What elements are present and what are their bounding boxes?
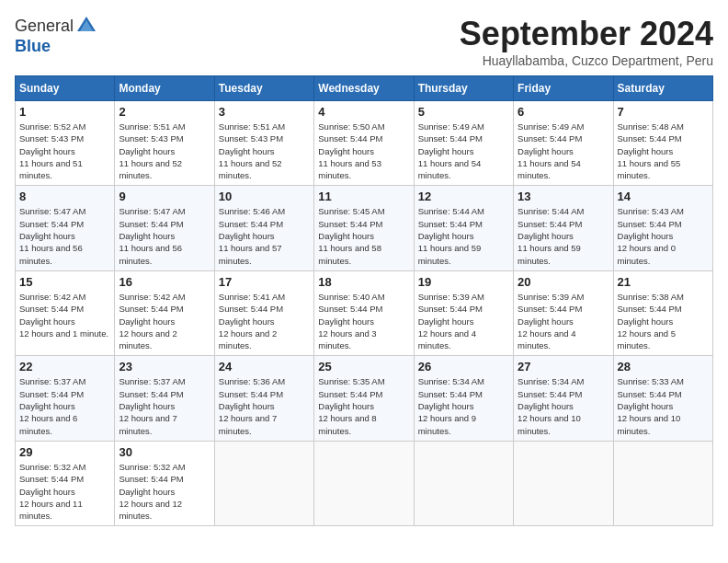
day-number: 2 — [119, 105, 210, 119]
day-number: 27 — [518, 360, 609, 373]
day-info: Sunrise: 5:44 AMSunset: 5:44 PMDaylight … — [518, 205, 609, 266]
day-info: Sunrise: 5:49 AMSunset: 5:44 PMDaylight … — [418, 121, 509, 181]
day-number: 8 — [19, 190, 110, 203]
day-number: 3 — [219, 105, 310, 119]
calendar-cell: 27Sunrise: 5:34 AMSunset: 5:44 PMDayligh… — [514, 356, 613, 441]
day-info: Sunrise: 5:37 AMSunset: 5:44 PMDaylight … — [19, 375, 110, 436]
weekday-header-tuesday: Tuesday — [214, 76, 313, 101]
day-info: Sunrise: 5:47 AMSunset: 5:44 PMDaylight … — [19, 205, 110, 266]
calendar-cell: 11Sunrise: 5:45 AMSunset: 5:44 PMDayligh… — [314, 186, 414, 270]
day-info: Sunrise: 5:37 AMSunset: 5:44 PMDaylight … — [119, 375, 210, 436]
day-info: Sunrise: 5:32 AMSunset: 5:44 PMDaylight … — [119, 461, 210, 522]
calendar-cell: 7Sunrise: 5:48 AMSunset: 5:44 PMDaylight… — [613, 101, 712, 186]
day-info: Sunrise: 5:41 AMSunset: 5:44 PMDaylight … — [219, 291, 310, 351]
day-number: 16 — [119, 275, 210, 289]
day-info: Sunrise: 5:35 AMSunset: 5:44 PMDaylight … — [318, 375, 409, 436]
location-text: Huayllabamba, Cuzco Department, Peru — [460, 53, 713, 68]
day-info: Sunrise: 5:34 AMSunset: 5:44 PMDaylight … — [418, 375, 509, 436]
calendar-cell: 25Sunrise: 5:35 AMSunset: 5:44 PMDayligh… — [314, 356, 414, 441]
calendar-cell: 9Sunrise: 5:47 AMSunset: 5:44 PMDaylight… — [115, 186, 214, 270]
day-number: 4 — [318, 105, 409, 119]
day-info: Sunrise: 5:46 AMSunset: 5:44 PMDaylight … — [219, 205, 310, 266]
weekday-header-sunday: Sunday — [16, 76, 115, 101]
day-info: Sunrise: 5:38 AMSunset: 5:44 PMDaylight … — [618, 291, 709, 351]
calendar-body: 1Sunrise: 5:52 AMSunset: 5:43 PMDaylight… — [16, 101, 713, 526]
calendar-cell: 10Sunrise: 5:46 AMSunset: 5:44 PMDayligh… — [214, 186, 313, 270]
calendar-cell: 18Sunrise: 5:40 AMSunset: 5:44 PMDayligh… — [314, 270, 414, 355]
day-info: Sunrise: 5:48 AMSunset: 5:44 PMDaylight … — [618, 121, 709, 181]
calendar-week-row: 29Sunrise: 5:32 AMSunset: 5:44 PMDayligh… — [16, 441, 713, 525]
weekday-header-monday: Monday — [115, 76, 214, 101]
day-info: Sunrise: 5:39 AMSunset: 5:44 PMDaylight … — [418, 291, 509, 351]
day-number: 25 — [318, 360, 409, 373]
day-number: 11 — [318, 190, 409, 203]
day-info: Sunrise: 5:51 AMSunset: 5:43 PMDaylight … — [119, 121, 210, 181]
calendar-cell: 8Sunrise: 5:47 AMSunset: 5:44 PMDaylight… — [16, 186, 115, 270]
day-number: 10 — [219, 190, 310, 203]
day-number: 12 — [418, 190, 509, 203]
logo-icon — [75, 15, 97, 37]
day-number: 29 — [19, 445, 110, 459]
calendar-cell: 23Sunrise: 5:37 AMSunset: 5:44 PMDayligh… — [115, 356, 214, 441]
calendar-cell: 26Sunrise: 5:34 AMSunset: 5:44 PMDayligh… — [414, 356, 513, 441]
day-number: 20 — [518, 275, 609, 289]
day-info: Sunrise: 5:33 AMSunset: 5:44 PMDaylight … — [618, 375, 709, 436]
logo-general-text: General — [15, 17, 74, 36]
day-number: 13 — [518, 190, 609, 203]
month-title: September 2024 — [460, 15, 713, 53]
weekday-header-friday: Friday — [514, 76, 613, 101]
day-number: 18 — [318, 275, 409, 289]
day-info: Sunrise: 5:39 AMSunset: 5:44 PMDaylight … — [518, 291, 609, 351]
calendar-cell: 28Sunrise: 5:33 AMSunset: 5:44 PMDayligh… — [613, 356, 712, 441]
page-header: General Blue September 2024 Huayllabamba… — [15, 15, 713, 68]
day-info: Sunrise: 5:32 AMSunset: 5:44 PMDaylight … — [19, 461, 110, 522]
day-number: 14 — [618, 190, 709, 203]
logo: General Blue — [15, 15, 97, 56]
calendar-cell — [514, 441, 613, 525]
calendar-cell: 16Sunrise: 5:42 AMSunset: 5:44 PMDayligh… — [115, 270, 214, 355]
logo-blue-text: Blue — [15, 37, 51, 55]
calendar-cell: 5Sunrise: 5:49 AMSunset: 5:44 PMDaylight… — [414, 101, 513, 186]
calendar-week-row: 1Sunrise: 5:52 AMSunset: 5:43 PMDaylight… — [16, 101, 713, 186]
day-number: 15 — [19, 275, 110, 289]
day-number: 24 — [219, 360, 310, 373]
calendar-week-row: 22Sunrise: 5:37 AMSunset: 5:44 PMDayligh… — [16, 356, 713, 441]
day-info: Sunrise: 5:51 AMSunset: 5:43 PMDaylight … — [219, 121, 310, 181]
calendar-cell: 24Sunrise: 5:36 AMSunset: 5:44 PMDayligh… — [214, 356, 313, 441]
day-info: Sunrise: 5:40 AMSunset: 5:44 PMDaylight … — [318, 291, 409, 351]
day-number: 30 — [119, 445, 210, 459]
day-info: Sunrise: 5:43 AMSunset: 5:44 PMDaylight … — [618, 205, 709, 266]
calendar-cell — [314, 441, 414, 525]
day-number: 26 — [418, 360, 509, 373]
calendar-cell: 1Sunrise: 5:52 AMSunset: 5:43 PMDaylight… — [16, 101, 115, 186]
day-info: Sunrise: 5:36 AMSunset: 5:44 PMDaylight … — [219, 375, 310, 436]
day-info: Sunrise: 5:42 AMSunset: 5:44 PMDaylight … — [19, 291, 110, 339]
calendar-cell: 4Sunrise: 5:50 AMSunset: 5:44 PMDaylight… — [314, 101, 414, 186]
day-info: Sunrise: 5:47 AMSunset: 5:44 PMDaylight … — [119, 205, 210, 266]
calendar-cell: 17Sunrise: 5:41 AMSunset: 5:44 PMDayligh… — [214, 270, 313, 355]
calendar-cell — [613, 441, 712, 525]
day-info: Sunrise: 5:50 AMSunset: 5:44 PMDaylight … — [318, 121, 409, 181]
day-number: 21 — [618, 275, 709, 289]
calendar-header-row: SundayMondayTuesdayWednesdayThursdayFrid… — [16, 76, 713, 101]
calendar-cell: 2Sunrise: 5:51 AMSunset: 5:43 PMDaylight… — [115, 101, 214, 186]
title-block: September 2024 Huayllabamba, Cuzco Depar… — [460, 15, 713, 68]
calendar-cell: 6Sunrise: 5:49 AMSunset: 5:44 PMDaylight… — [514, 101, 613, 186]
calendar-cell — [414, 441, 513, 525]
calendar-cell: 13Sunrise: 5:44 AMSunset: 5:44 PMDayligh… — [514, 186, 613, 270]
day-info: Sunrise: 5:34 AMSunset: 5:44 PMDaylight … — [518, 375, 609, 436]
day-number: 22 — [19, 360, 110, 373]
calendar-week-row: 8Sunrise: 5:47 AMSunset: 5:44 PMDaylight… — [16, 186, 713, 270]
calendar-cell: 21Sunrise: 5:38 AMSunset: 5:44 PMDayligh… — [613, 270, 712, 355]
calendar-cell: 29Sunrise: 5:32 AMSunset: 5:44 PMDayligh… — [16, 441, 115, 525]
day-number: 6 — [518, 105, 609, 119]
calendar-cell: 12Sunrise: 5:44 AMSunset: 5:44 PMDayligh… — [414, 186, 513, 270]
day-info: Sunrise: 5:42 AMSunset: 5:44 PMDaylight … — [119, 291, 210, 351]
day-number: 17 — [219, 275, 310, 289]
day-info: Sunrise: 5:52 AMSunset: 5:43 PMDaylight … — [19, 121, 110, 181]
calendar-cell: 15Sunrise: 5:42 AMSunset: 5:44 PMDayligh… — [16, 270, 115, 355]
calendar-cell: 30Sunrise: 5:32 AMSunset: 5:44 PMDayligh… — [115, 441, 214, 525]
calendar-week-row: 15Sunrise: 5:42 AMSunset: 5:44 PMDayligh… — [16, 270, 713, 355]
day-number: 23 — [119, 360, 210, 373]
calendar-table: SundayMondayTuesdayWednesdayThursdayFrid… — [15, 75, 713, 526]
